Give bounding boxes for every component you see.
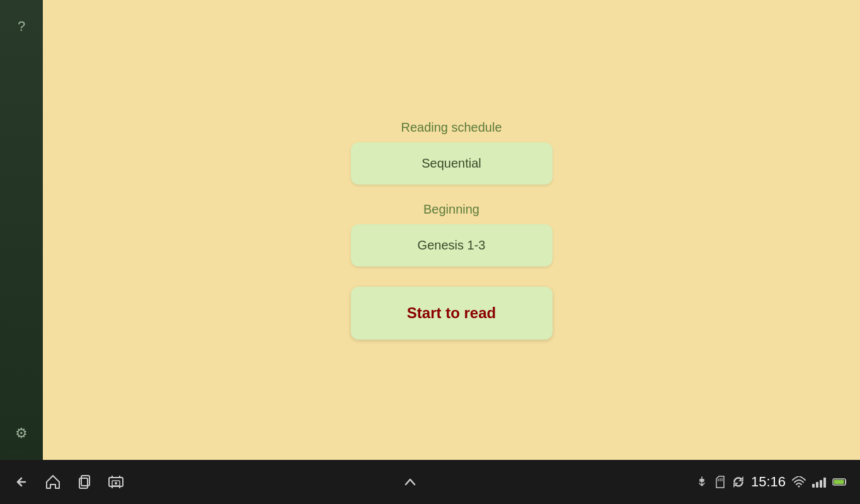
settings-icon[interactable]: ⚙ [8,420,35,447]
svg-rect-0 [79,478,88,488]
beginning-label: Beginning [423,202,479,217]
svg-rect-14 [834,480,844,484]
reading-schedule-label: Reading schedule [401,120,502,135]
sidebar: ? ⚙ [0,0,43,460]
battery-icon [832,478,847,486]
sd-card-icon [714,476,726,488]
svg-rect-1 [81,476,89,486]
navigation-bar: 15:16 [0,460,860,504]
start-to-read-button[interactable]: Start to read [351,287,553,340]
genesis-button[interactable]: Genesis 1-3 [351,224,553,266]
nav-left-icons [13,473,125,491]
help-icon[interactable]: ? [8,13,35,40]
up-button[interactable] [401,473,419,491]
svg-point-12 [798,486,800,488]
time-display: 15:16 [751,474,786,490]
app-container: ? ⚙ Reading schedule Sequential Beginnin… [0,0,860,460]
usb-icon [696,476,708,488]
recents-button[interactable] [76,473,93,491]
main-content: Reading schedule Sequential Beginning Ge… [43,0,860,460]
sequential-button[interactable]: Sequential [351,142,553,185]
wifi-icon [792,476,806,488]
sync-icon [732,476,745,488]
nav-center [401,473,419,491]
signal-bars [812,476,826,488]
back-button[interactable] [13,473,30,491]
home-button[interactable] [44,473,62,491]
svg-point-4 [115,482,117,484]
screenshot-button[interactable] [107,473,125,491]
nav-right-area: 15:16 [696,474,847,490]
